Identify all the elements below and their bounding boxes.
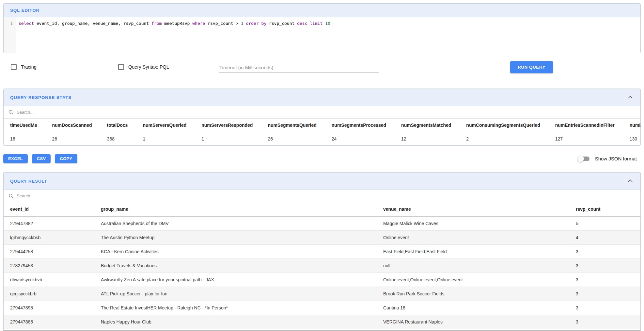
stats-table-wrapper[interactable]: timeUsedMs numDocsScanned totalDocs numS… bbox=[4, 119, 640, 145]
table-row[interactable]: lgrbmqycckbsb The Austin Python Meetup O… bbox=[4, 231, 640, 245]
cell-rsvp-count: 3 bbox=[569, 259, 640, 273]
stats-value: 12 bbox=[396, 132, 461, 145]
cell-venue-name: Online event bbox=[377, 231, 569, 245]
pql-control: Query Syntax: PQL bbox=[118, 64, 169, 70]
stats-search-row bbox=[4, 106, 640, 119]
stats-table: timeUsedMs numDocsScanned totalDocs numS… bbox=[4, 119, 640, 145]
cell-venue-name: East Field,East Field,East Field bbox=[377, 245, 569, 259]
export-row: EXCEL CSV COPY Show JSON format bbox=[3, 154, 641, 163]
query-response-stats-card: QUERY RESPONSE STATS timeUsedMs numDocsS… bbox=[3, 89, 641, 146]
tracing-checkbox[interactable] bbox=[11, 64, 17, 70]
sql-text: rsvp_count bbox=[266, 21, 297, 26]
line-number: 1 bbox=[4, 20, 13, 26]
show-json-toggle[interactable] bbox=[577, 156, 590, 162]
table-row[interactable]: dhwcdsycckbvb Awkwardly Zen A safe place… bbox=[4, 273, 640, 287]
cell-venue-name: VERGINA Restaurant Naples bbox=[377, 315, 569, 329]
stats-value: 368 bbox=[102, 132, 138, 145]
stats-value: 26 bbox=[47, 132, 102, 145]
cell-venue-name: Online event,Online event,Online event bbox=[377, 273, 569, 287]
result-search-row bbox=[4, 190, 640, 202]
cell-event-id: 279447882 bbox=[4, 216, 94, 231]
sql-keyword: limit bbox=[310, 21, 322, 26]
sql-text bbox=[259, 21, 261, 26]
excel-button[interactable]: EXCEL bbox=[3, 154, 28, 163]
stats-value: 2 bbox=[461, 132, 550, 145]
stats-column-header: numServersQueried bbox=[137, 119, 196, 132]
stats-value: 130 bbox=[624, 132, 640, 145]
stats-search-input[interactable] bbox=[17, 110, 636, 115]
sql-editor-card: SQL EDITOR 1 select event_id, group_name… bbox=[3, 3, 641, 53]
cell-group-name: Australian Shepherds of the DMV bbox=[94, 216, 377, 231]
cell-event-id: 279447885 bbox=[4, 315, 94, 329]
cell-event-id: lgrbmqycckbsb bbox=[4, 231, 94, 245]
stats-value: 1 bbox=[137, 132, 196, 145]
timeout-control bbox=[219, 62, 379, 73]
search-icon bbox=[8, 109, 14, 115]
result-column-header[interactable]: event_id bbox=[4, 202, 94, 216]
stats-value: 24 bbox=[326, 132, 396, 145]
stats-column-header: totalDocs bbox=[102, 119, 138, 132]
sql-text bbox=[243, 21, 246, 26]
timeout-input[interactable] bbox=[219, 62, 379, 73]
sql-keyword: where bbox=[192, 21, 205, 26]
cell-event-id: dhwcdsycckbvb bbox=[4, 273, 94, 287]
result-column-header[interactable]: rsvp_count bbox=[569, 202, 640, 216]
pql-checkbox[interactable] bbox=[118, 64, 124, 70]
json-toggle-label[interactable]: Show JSON format bbox=[595, 156, 637, 161]
sql-editor-title: SQL EDITOR bbox=[10, 8, 39, 13]
run-query-button[interactable]: RUN QUERY bbox=[510, 61, 553, 73]
table-row[interactable]: qcrjjsycckbrb ATL Pick-up Soccer - play … bbox=[4, 287, 640, 301]
query-controls-row: Tracing Query Syntax: PQL RUN QUERY bbox=[3, 61, 641, 78]
tracing-control: Tracing bbox=[11, 64, 37, 70]
cell-group-name: The Austin Python Meetup bbox=[94, 231, 377, 245]
cell-group-name: The Real Estate InvestHER Meetup - Ralei… bbox=[94, 301, 377, 315]
table-row[interactable]: 279447898 The Real Estate InvestHER Meet… bbox=[4, 301, 640, 315]
cell-rsvp-count: 3 bbox=[569, 273, 640, 287]
sql-code-editor[interactable]: 1 select event_id, group_name, venue_nam… bbox=[4, 17, 640, 53]
sql-text: rsvp_count > bbox=[205, 21, 241, 26]
result-table: event_id group_name venue_name rsvp_coun… bbox=[4, 202, 640, 331]
stats-value: 1 bbox=[196, 132, 262, 145]
sql-number: 1 bbox=[241, 21, 243, 26]
collapse-chevron-up-icon[interactable] bbox=[627, 94, 634, 101]
csv-button[interactable]: CSV bbox=[32, 154, 51, 163]
table-row[interactable]: 278279453 Budget Travels & Vacations nul… bbox=[4, 259, 640, 273]
cell-event-id: 279447898 bbox=[4, 301, 94, 315]
sql-keyword: from bbox=[151, 21, 162, 26]
stats-column-header: numSegmentsMatched bbox=[396, 119, 461, 132]
stats-column-header: numDocsScanned bbox=[47, 119, 102, 132]
tracing-label[interactable]: Tracing bbox=[21, 64, 37, 70]
stats-column-header: timeUsedMs bbox=[4, 119, 47, 132]
cell-group-name: Awkwardly Zen A safe place for your spir… bbox=[94, 273, 377, 287]
sql-keyword: by bbox=[261, 21, 267, 26]
sql-editor-header: SQL EDITOR bbox=[4, 4, 640, 17]
toggle-knob bbox=[577, 156, 584, 162]
table-row[interactable]: 279447885 Naples Happy Hour Club VERGINA… bbox=[4, 315, 640, 329]
pql-label[interactable]: Query Syntax: PQL bbox=[128, 64, 169, 70]
collapse-chevron-up-icon[interactable] bbox=[627, 177, 634, 185]
search-icon bbox=[8, 193, 14, 199]
result-header: QUERY RESULT bbox=[4, 173, 640, 190]
table-row[interactable]: 279444258 KCA - Kern Canine Activities E… bbox=[4, 245, 640, 259]
query-result-card: QUERY RESULT event_id group_name venue_n… bbox=[3, 172, 641, 331]
result-search-input[interactable] bbox=[17, 193, 636, 198]
stats-title: QUERY RESPONSE STATS bbox=[10, 95, 71, 100]
cell-rsvp-count: 3 bbox=[569, 245, 640, 259]
stats-column-header: numSegmentsProcessed bbox=[326, 119, 396, 132]
cell-group-name: Naples Happy Hour Club bbox=[94, 315, 377, 329]
result-column-header[interactable]: group_name bbox=[94, 202, 377, 216]
stats-column-header: numEntriesScannedPostFilter bbox=[624, 119, 640, 132]
sql-query-line[interactable]: select event_id, group_name, venue_name,… bbox=[16, 17, 640, 53]
cell-rsvp-count: 3 bbox=[569, 315, 640, 329]
table-row[interactable]: 279447882 Australian Shepherds of the DM… bbox=[4, 216, 640, 231]
cell-venue-name: Cantina 18 bbox=[377, 301, 569, 315]
cell-venue-name: Brook Run Park Soccer Fields bbox=[377, 287, 569, 301]
cell-rsvp-count: 3 bbox=[569, 287, 640, 301]
stats-value: 26 bbox=[262, 132, 326, 145]
copy-button[interactable]: COPY bbox=[55, 154, 77, 163]
result-column-header[interactable]: venue_name bbox=[377, 202, 569, 216]
result-title: QUERY RESULT bbox=[10, 179, 47, 184]
stats-value: 16 bbox=[4, 132, 47, 145]
sql-keyword: desc bbox=[297, 21, 307, 26]
stats-column-header: numServersResponded bbox=[196, 119, 262, 132]
